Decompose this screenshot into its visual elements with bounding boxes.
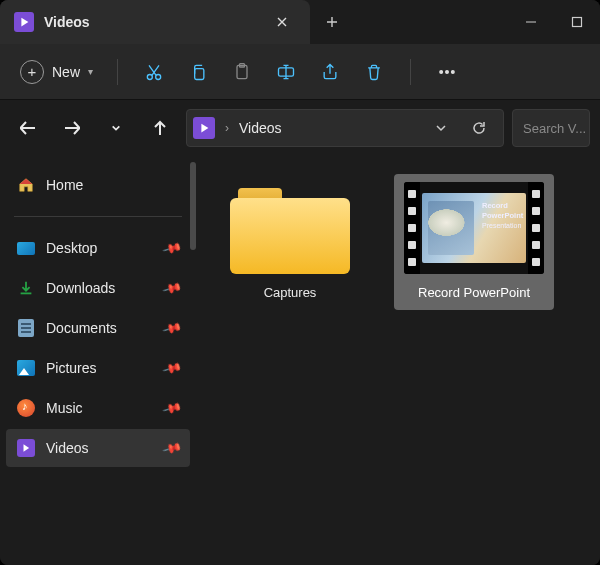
delete-button[interactable] xyxy=(354,52,394,92)
more-button[interactable] xyxy=(427,52,467,92)
sidebar-item-label: Downloads xyxy=(46,280,115,296)
svg-marker-0 xyxy=(21,18,28,27)
sidebar-item-label: Music xyxy=(46,400,83,416)
address-bar[interactable]: › Videos xyxy=(186,109,504,147)
copy-button[interactable] xyxy=(178,52,218,92)
cut-button[interactable] xyxy=(134,52,174,92)
sidebar-item-music[interactable]: Music 📌 xyxy=(6,389,190,427)
search-input[interactable]: Search V... xyxy=(512,109,590,147)
new-button[interactable]: + New ▾ xyxy=(16,56,101,88)
search-placeholder: Search V... xyxy=(523,121,586,136)
pin-icon: 📌 xyxy=(161,238,182,259)
videos-icon xyxy=(16,438,36,458)
item-label: Captures xyxy=(264,284,317,302)
downloads-icon xyxy=(16,278,36,298)
scrollbar-thumb[interactable] xyxy=(190,162,196,250)
divider xyxy=(14,216,182,217)
tab-title: Videos xyxy=(44,14,258,30)
sidebar-item-label: Home xyxy=(46,177,83,193)
body: Home Desktop 📌 Downloads 📌 Documents 📌 xyxy=(0,156,600,565)
sidebar-item-desktop[interactable]: Desktop 📌 xyxy=(6,229,190,267)
folder-icon xyxy=(230,182,350,274)
sidebar-item-label: Pictures xyxy=(46,360,97,376)
share-button[interactable] xyxy=(310,52,350,92)
titlebar: Videos xyxy=(0,0,600,44)
film-strip-icon xyxy=(528,182,544,274)
documents-icon xyxy=(16,318,36,338)
explorer-window: Videos + New ▾ xyxy=(0,0,600,565)
svg-point-3 xyxy=(156,74,161,79)
navigation-row: › Videos Search V... xyxy=(0,100,600,156)
address-dropdown-button[interactable] xyxy=(427,114,455,142)
desktop-icon xyxy=(16,238,36,258)
slide-subtitle: Presentation xyxy=(482,222,521,229)
video-thumbnail: Record PowerPoint Presentation xyxy=(404,182,544,274)
item-label: Record PowerPoint xyxy=(418,284,530,302)
sidebar-item-label: Desktop xyxy=(46,240,97,256)
refresh-button[interactable] xyxy=(465,114,493,142)
sidebar-item-label: Documents xyxy=(46,320,117,336)
svg-point-2 xyxy=(147,74,152,79)
chevron-right-icon: › xyxy=(225,121,229,135)
plus-circle-icon: + xyxy=(20,60,44,84)
new-tab-button[interactable] xyxy=(310,0,354,44)
folder-captures[interactable]: Captures xyxy=(210,174,370,310)
svg-marker-12 xyxy=(24,444,30,452)
pin-icon: 📌 xyxy=(161,358,182,379)
film-strip-icon xyxy=(404,182,420,274)
sidebar-item-downloads[interactable]: Downloads 📌 xyxy=(6,269,190,307)
pin-icon: 📌 xyxy=(161,398,182,419)
maximize-button[interactable] xyxy=(554,0,600,44)
forward-button[interactable] xyxy=(54,110,90,146)
minimize-button[interactable] xyxy=(508,0,554,44)
music-icon xyxy=(16,398,36,418)
file-record-powerpoint[interactable]: Record PowerPoint Presentation Record Po… xyxy=(394,174,554,310)
new-button-label: New xyxy=(52,64,80,80)
slide-title: Record PowerPoint xyxy=(482,201,522,221)
sidebar-item-home[interactable]: Home xyxy=(6,166,190,204)
sidebar: Home Desktop 📌 Downloads 📌 Documents 📌 xyxy=(0,156,196,565)
divider xyxy=(410,59,411,85)
rename-button[interactable] xyxy=(266,52,306,92)
pin-icon: 📌 xyxy=(161,278,182,299)
pin-icon: 📌 xyxy=(161,438,182,459)
svg-marker-11 xyxy=(201,124,208,133)
pin-icon: 📌 xyxy=(161,318,182,339)
chevron-down-icon: ▾ xyxy=(88,66,93,77)
pictures-icon xyxy=(16,358,36,378)
home-icon xyxy=(16,175,36,195)
content-pane[interactable]: Captures Record PowerPoint Presentation xyxy=(196,156,600,565)
titlebar-drag-area[interactable] xyxy=(354,0,508,44)
paste-button[interactable] xyxy=(222,52,262,92)
toolbar: + New ▾ xyxy=(0,44,600,100)
breadcrumb[interactable]: Videos xyxy=(239,120,282,136)
recent-locations-button[interactable] xyxy=(98,110,134,146)
divider xyxy=(117,59,118,85)
svg-point-10 xyxy=(452,70,455,73)
sidebar-item-pictures[interactable]: Pictures 📌 xyxy=(6,349,190,387)
sidebar-item-documents[interactable]: Documents 📌 xyxy=(6,309,190,347)
tab-videos[interactable]: Videos xyxy=(0,0,310,44)
svg-point-9 xyxy=(446,70,449,73)
slide-preview: Record PowerPoint Presentation xyxy=(422,193,526,263)
svg-rect-4 xyxy=(195,68,204,79)
close-tab-button[interactable] xyxy=(268,8,296,36)
up-button[interactable] xyxy=(142,110,178,146)
sidebar-item-label: Videos xyxy=(46,440,89,456)
back-button[interactable] xyxy=(10,110,46,146)
videos-icon xyxy=(193,117,215,139)
videos-icon xyxy=(14,12,34,32)
svg-rect-1 xyxy=(573,18,582,27)
sidebar-item-videos[interactable]: Videos 📌 xyxy=(6,429,190,467)
svg-point-8 xyxy=(440,70,443,73)
